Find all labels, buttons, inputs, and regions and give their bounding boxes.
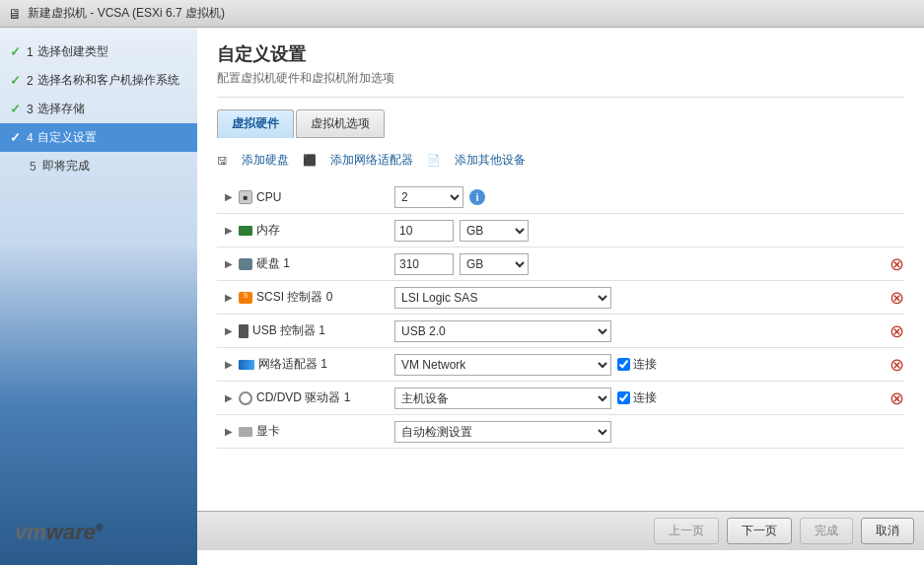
app-icon: 🖥 bbox=[8, 6, 22, 22]
check-icon: ✓ bbox=[10, 44, 21, 59]
disk1-unit-select[interactable]: MBGBTB bbox=[460, 253, 529, 275]
check-icon: ✓ bbox=[10, 102, 21, 116]
memory-controls: MBGB bbox=[394, 220, 881, 242]
disk1-input[interactable] bbox=[394, 253, 454, 275]
usb1-controls: USB 2.0USB 3.0USB 3.1 bbox=[394, 320, 882, 342]
usb1-select[interactable]: USB 2.0USB 3.0USB 3.1 bbox=[394, 320, 611, 342]
hardware-list: ▶ ■ CPU 124816 i ▶ 内存 MBGB ▶ 硬盘 1 MBGBTB… bbox=[217, 180, 904, 476]
net1-remove-button[interactable]: ⊗ bbox=[889, 356, 904, 374]
tab-hw[interactable]: 虚拟硬件 bbox=[217, 109, 294, 138]
vga-expand-icon[interactable]: ▶ bbox=[225, 426, 233, 437]
net1-select[interactable]: VM NetworkManagement NetworkvMotionvSAN bbox=[394, 354, 611, 376]
check-icon: ✓ bbox=[10, 73, 21, 88]
cd-icon bbox=[239, 391, 252, 405]
sidebar-item-step3[interactable]: ✓ 3 选择存储 bbox=[0, 95, 197, 123]
vga-name-cell: ▶ 显卡 bbox=[217, 423, 394, 440]
hw-row-net1: ▶ 网络适配器 1 VM NetworkManagement NetworkvM… bbox=[217, 348, 904, 382]
add-network-icon: ⬛ bbox=[303, 154, 317, 167]
net1-controls: VM NetworkManagement NetworkvMotionvSAN … bbox=[394, 354, 882, 376]
next-button[interactable]: 下一页 bbox=[727, 518, 792, 544]
scsi0-select[interactable]: LSI Logic SASLSI Logic ParallelVMware Pa… bbox=[394, 287, 611, 309]
page-subtitle: 配置虚拟机硬件和虚拟机附加选项 bbox=[217, 70, 904, 98]
scsi0-controls: LSI Logic SASLSI Logic ParallelVMware Pa… bbox=[394, 287, 882, 309]
cddvd1-label: CD/DVD 驱动器 1 bbox=[256, 389, 350, 406]
net1-name-cell: ▶ 网络适配器 1 bbox=[217, 356, 394, 373]
cancel-button[interactable]: 取消 bbox=[861, 518, 914, 544]
cpu-expand-icon[interactable]: ▶ bbox=[225, 191, 233, 202]
sidebar-item-step5[interactable]: 5 即将完成 bbox=[0, 152, 197, 180]
memory-name-cell: ▶ 内存 bbox=[217, 222, 394, 239]
toolbar: 🖫 添加硬盘 ⬛ 添加网络适配器 📄 添加其他设备 bbox=[217, 150, 904, 171]
step-label: 选择名称和客户机操作系统 bbox=[37, 72, 179, 89]
info-icon[interactable]: i bbox=[469, 189, 485, 205]
cpu-label: CPU bbox=[256, 190, 281, 204]
disk1-name-cell: ▶ 硬盘 1 bbox=[217, 255, 394, 272]
title-bar: 🖥 新建虚拟机 - VCSA (ESXi 6.7 虚拟机) bbox=[0, 0, 924, 28]
sidebar-steps: ✓ 1 选择创建类型✓ 2 选择名称和客户机操作系统✓ 3 选择存储✓ 4 自定… bbox=[0, 37, 197, 180]
tab-opts[interactable]: 虚拟机选项 bbox=[296, 109, 385, 138]
disk-icon bbox=[239, 258, 252, 270]
memory-input[interactable] bbox=[394, 220, 454, 242]
title-bar-text: 新建虚拟机 - VCSA (ESXi 6.7 虚拟机) bbox=[28, 5, 225, 22]
tabs: 虚拟硬件虚拟机选项 bbox=[217, 109, 904, 138]
check-icon: ✓ bbox=[10, 130, 21, 145]
step-label: 即将完成 bbox=[42, 158, 90, 175]
sidebar-item-step1[interactable]: ✓ 1 选择创建类型 bbox=[0, 37, 197, 66]
usb1-name-cell: ▶ USB 控制器 1 bbox=[217, 322, 394, 339]
add-other-button[interactable]: 添加其他设备 bbox=[451, 150, 530, 171]
main-container: ✓ 1 选择创建类型✓ 2 选择名称和客户机操作系统✓ 3 选择存储✓ 4 自定… bbox=[0, 28, 924, 565]
step-number: 5 bbox=[30, 160, 36, 174]
memory-unit-select[interactable]: MBGB bbox=[460, 220, 529, 242]
add-network-button[interactable]: 添加网络适配器 bbox=[326, 150, 417, 171]
step-number: 4 bbox=[27, 131, 34, 145]
net1-label: 网络适配器 1 bbox=[258, 356, 327, 373]
memory-expand-icon[interactable]: ▶ bbox=[225, 225, 233, 236]
cddvd1-expand-icon[interactable]: ▶ bbox=[225, 392, 233, 403]
cddvd1-select[interactable]: 主机设备数据存储 ISO 文件客户端设备 bbox=[394, 388, 611, 409]
page-title: 自定义设置 bbox=[217, 42, 904, 66]
vmware-logo-area: vmware® bbox=[0, 500, 197, 565]
scsi0-remove-button[interactable]: ⊗ bbox=[889, 289, 904, 307]
cpu-controls: 124816 i bbox=[394, 186, 881, 208]
cddvd1-name-cell: ▶ CD/DVD 驱动器 1 bbox=[217, 389, 394, 406]
hw-row-vga: ▶ 显卡 自动检测设置4 MB8 MB16 MB32 MB64 MB128 MB… bbox=[217, 415, 904, 449]
net1-expand-icon[interactable]: ▶ bbox=[225, 359, 233, 370]
step-number: 2 bbox=[27, 74, 34, 88]
disk1-remove-button[interactable]: ⊗ bbox=[889, 255, 904, 273]
net1-connect-text: 连接 bbox=[633, 356, 657, 373]
cpu-select[interactable]: 124816 bbox=[394, 186, 463, 208]
hw-row-scsi0: ▶ S SCSI 控制器 0 LSI Logic SASLSI Logic Pa… bbox=[217, 281, 904, 315]
add-disk-button[interactable]: 添加硬盘 bbox=[238, 150, 293, 171]
cddvd1-controls: 主机设备数据存储 ISO 文件客户端设备 连接 bbox=[394, 388, 882, 409]
vga-label: 显卡 bbox=[256, 423, 280, 440]
vga-select[interactable]: 自动检测设置4 MB8 MB16 MB32 MB64 MB128 MB256 M… bbox=[394, 421, 611, 443]
disk1-label: 硬盘 1 bbox=[256, 255, 290, 272]
scsi0-expand-icon[interactable]: ▶ bbox=[225, 292, 233, 303]
step-number: 1 bbox=[27, 45, 34, 59]
step-label: 选择创建类型 bbox=[37, 43, 108, 60]
cddvd1-connect-checkbox[interactable] bbox=[617, 391, 630, 404]
net1-connect-checkbox[interactable] bbox=[617, 358, 630, 371]
add-other-icon: 📄 bbox=[427, 154, 441, 167]
cddvd1-connect-label: 连接 bbox=[617, 389, 657, 406]
prev-button[interactable]: 上一页 bbox=[654, 518, 719, 544]
usb1-expand-icon[interactable]: ▶ bbox=[225, 325, 233, 336]
sidebar-item-step2[interactable]: ✓ 2 选择名称和客户机操作系统 bbox=[0, 66, 197, 95]
usb1-remove-button[interactable]: ⊗ bbox=[889, 322, 904, 340]
bottom-bar: 上一页 下一页 完成 取消 bbox=[197, 511, 924, 550]
finish-button[interactable]: 完成 bbox=[800, 518, 853, 544]
step-label: 自定义设置 bbox=[37, 129, 97, 146]
vm-text: vm bbox=[15, 520, 46, 544]
hw-row-disk1: ▶ 硬盘 1 MBGBTB ⊗ bbox=[217, 247, 904, 281]
disk1-controls: MBGBTB bbox=[394, 253, 882, 275]
cddvd1-connect-text: 连接 bbox=[633, 389, 657, 406]
usb1-label: USB 控制器 1 bbox=[252, 322, 325, 339]
hw-row-cpu: ▶ ■ CPU 124816 i bbox=[217, 180, 904, 214]
sidebar-item-step4[interactable]: ✓ 4 自定义设置 bbox=[0, 123, 197, 152]
vga-controls: 自动检测设置4 MB8 MB16 MB32 MB64 MB128 MB256 M… bbox=[394, 421, 881, 443]
hw-row-usb1: ▶ USB 控制器 1 USB 2.0USB 3.0USB 3.1 ⊗ bbox=[217, 315, 904, 348]
vmware-logo: vmware® bbox=[15, 520, 182, 545]
cddvd1-remove-button[interactable]: ⊗ bbox=[889, 389, 904, 407]
disk1-expand-icon[interactable]: ▶ bbox=[225, 258, 233, 269]
net1-connect-label: 连接 bbox=[617, 356, 657, 373]
